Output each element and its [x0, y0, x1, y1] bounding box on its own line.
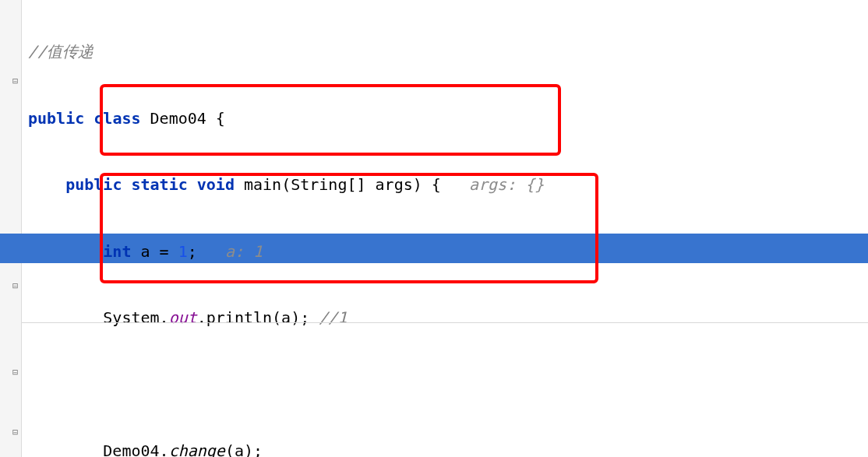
number: 1: [178, 242, 188, 261]
comment: //1: [319, 308, 347, 327]
fold-icon[interactable]: ⊟: [12, 76, 22, 85]
code-line[interactable]: System.out.println(a); //1: [22, 304, 868, 333]
fold-icon[interactable]: ⊟: [12, 427, 22, 436]
code-line[interactable]: [22, 371, 868, 400]
method-call: change: [169, 441, 225, 457]
inlay-hint: args: {}: [469, 175, 544, 194]
method-separator: [22, 322, 868, 323]
fold-icon[interactable]: ⊟: [12, 280, 22, 290]
keyword-public: public: [28, 109, 84, 128]
keyword-class: class: [94, 109, 140, 128]
code-line[interactable]: Demo04.change(a);: [22, 437, 868, 457]
code-text: System.: [103, 308, 168, 327]
code-line[interactable]: int a = 1; a: 1: [22, 237, 868, 267]
keyword-int: int: [103, 242, 131, 261]
fold-icon[interactable]: ⊟: [12, 367, 22, 376]
code-text: ;: [188, 242, 225, 261]
class-name: Demo04 {: [141, 109, 225, 128]
comment: //值传递: [28, 42, 94, 61]
code-line[interactable]: public class Demo04 {: [22, 104, 868, 134]
inlay-hint: a: 1: [225, 242, 263, 261]
code-line[interactable]: //值传递: [22, 37, 868, 67]
gutter: ⊟ ⊟ ⊟ ⊟: [0, 0, 22, 457]
code-text: Demo04.: [103, 441, 168, 457]
keyword-public: public: [65, 175, 122, 194]
field-out: out: [169, 308, 197, 327]
code-text: (a);: [225, 441, 263, 457]
keyword-void: void: [197, 175, 235, 194]
editor[interactable]: //值传递 public class Demo04 { public stati…: [22, 0, 868, 457]
code-line[interactable]: public static void main(String[] args) {…: [22, 170, 868, 200]
method-sig: main(String[] args) {: [235, 175, 469, 194]
keyword-static: static: [131, 175, 187, 194]
code-text: a =: [131, 242, 178, 261]
code-text: .println(a);: [197, 308, 319, 327]
